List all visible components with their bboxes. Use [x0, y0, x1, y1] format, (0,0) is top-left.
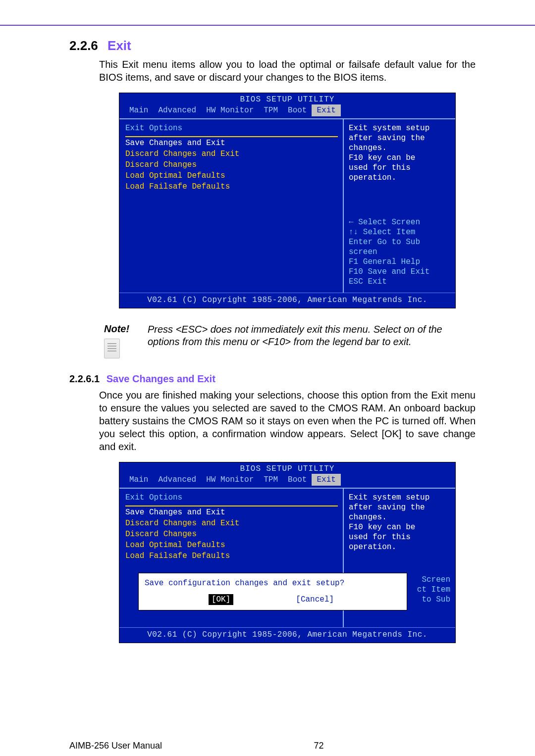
- page-number: 72: [314, 741, 324, 751]
- exit-options-heading: Exit Options: [125, 123, 338, 137]
- tab-boot[interactable]: Boot: [283, 474, 312, 486]
- help-line: Exit system setup: [349, 493, 450, 503]
- section-number: 2.2.6: [69, 38, 98, 53]
- help-line: changes.: [349, 512, 450, 522]
- opt-load-optimal[interactable]: Load Optimal Defaults: [125, 540, 338, 550]
- help-line: F10 key can be: [349, 153, 450, 163]
- help-line: used for this: [349, 163, 450, 173]
- bios-tab-bar: Main Advanced HW Monitor TPM Boot Exit: [119, 474, 455, 488]
- nav-enter-sub: Enter Go to Sub: [349, 237, 450, 247]
- bios-tab-bar: Main Advanced HW Monitor TPM Boot Exit: [119, 104, 455, 118]
- bios-title: BIOS SETUP UTILITY: [119, 93, 455, 104]
- page-footer: AIMB-256 User Manual 72: [69, 741, 476, 751]
- bios-screenshot-2: BIOS SETUP UTILITY Main Advanced HW Moni…: [119, 462, 456, 643]
- opt-discard-exit[interactable]: Discard Changes and Exit: [125, 149, 338, 159]
- tab-advanced[interactable]: Advanced: [153, 474, 201, 486]
- nav-f10: F10 Save and Exit: [349, 267, 450, 277]
- opt-discard[interactable]: Discard Changes: [125, 160, 338, 170]
- bios-screenshot-1: BIOS SETUP UTILITY Main Advanced HW Moni…: [119, 93, 456, 308]
- tab-advanced[interactable]: Advanced: [153, 104, 201, 116]
- tab-main[interactable]: Main: [124, 104, 153, 116]
- help-line: operation.: [349, 542, 450, 552]
- dialog-ok-button[interactable]: [OK]: [209, 594, 233, 605]
- opt-load-optimal[interactable]: Load Optimal Defaults: [125, 171, 338, 181]
- tab-hwmonitor[interactable]: HW Monitor: [201, 104, 259, 116]
- nav-select-item: ↑↓ Select Item: [349, 227, 450, 237]
- help-line: Exit system setup: [349, 123, 450, 133]
- tab-hwmonitor[interactable]: HW Monitor: [201, 474, 259, 486]
- manual-title: AIMB-256 User Manual: [69, 741, 162, 751]
- opt-discard-exit[interactable]: Discard Changes and Exit: [125, 518, 338, 528]
- tab-exit[interactable]: Exit: [312, 474, 340, 486]
- section-title: Exit: [107, 38, 131, 53]
- opt-discard[interactable]: Discard Changes: [125, 529, 338, 539]
- tab-tpm[interactable]: TPM: [259, 104, 283, 116]
- opt-load-failsafe[interactable]: Load Failsafe Defaults: [125, 182, 338, 192]
- help-line: after saving the: [349, 133, 450, 143]
- nav-screen: screen: [349, 247, 450, 257]
- help-line: F10 key can be: [349, 522, 450, 532]
- tab-main[interactable]: Main: [124, 474, 153, 486]
- subsection-heading: 2.2.6.1 Save Changes and Exit: [69, 373, 476, 385]
- confirm-dialog: Save configuration changes and exit setu…: [138, 573, 407, 610]
- intro-paragraph: This Exit menu items allow you to load t…: [99, 58, 476, 84]
- bios-copyright: V02.61 (C) Copyright 1985-2006, American…: [119, 627, 455, 643]
- nav-esc: ESC Exit: [349, 277, 450, 287]
- bios-copyright: V02.61 (C) Copyright 1985-2006, American…: [119, 293, 455, 308]
- note-text: Press <ESC> does not immediately exit th…: [148, 323, 476, 348]
- opt-load-failsafe[interactable]: Load Failsafe Defaults: [125, 551, 338, 561]
- exit-options-heading: Exit Options: [125, 493, 338, 506]
- help-line: changes.: [349, 143, 450, 153]
- opt-save-exit[interactable]: Save Changes and Exit: [125, 507, 338, 517]
- subsection-number: 2.2.6.1: [69, 373, 100, 384]
- dialog-cancel-button[interactable]: [Cancel]: [293, 594, 337, 605]
- subsection-paragraph: Once you are finished making your select…: [99, 389, 476, 453]
- tab-boot[interactable]: Boot: [283, 104, 312, 116]
- subsection-title: Save Changes and Exit: [107, 373, 215, 384]
- tab-tpm[interactable]: TPM: [259, 474, 283, 486]
- note-label: Note!: [104, 323, 139, 335]
- note-icon: [104, 339, 120, 358]
- help-line: after saving the: [349, 503, 450, 512]
- dialog-prompt: Save configuration changes and exit setu…: [145, 578, 401, 588]
- note-block: Note! Press <ESC> does not immediately e…: [104, 323, 476, 358]
- nav-f1: F1 General Help: [349, 257, 450, 267]
- nav-select-screen: ← Select Screen: [349, 217, 450, 227]
- help-line: operation.: [349, 173, 450, 183]
- bios-title: BIOS SETUP UTILITY: [119, 462, 455, 474]
- section-heading: 2.2.6 Exit: [69, 38, 476, 53]
- tab-exit[interactable]: Exit: [312, 104, 340, 116]
- opt-save-exit[interactable]: Save Changes and Exit: [125, 138, 338, 148]
- help-line: used for this: [349, 532, 450, 542]
